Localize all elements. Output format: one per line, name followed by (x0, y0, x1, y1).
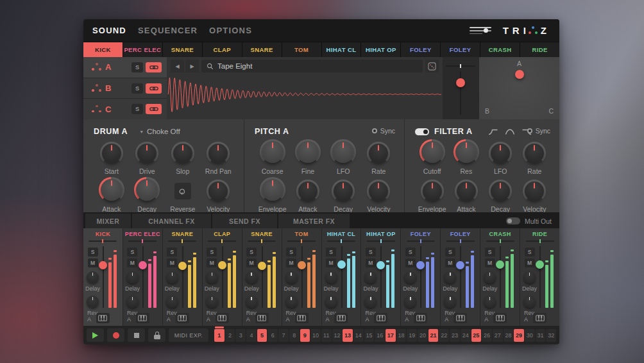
solo-button[interactable]: S (405, 248, 416, 257)
volume-fader[interactable] (222, 246, 223, 308)
lock-button[interactable] (148, 328, 165, 342)
knob[interactable] (207, 180, 230, 203)
sequencer-step[interactable]: 31 (536, 329, 546, 342)
sequencer-step[interactable]: 32 (546, 329, 556, 342)
sequencer-step[interactable]: 15 (364, 329, 375, 342)
volume-fader[interactable] (103, 246, 104, 308)
knob[interactable] (207, 142, 230, 165)
drum-tab[interactable]: TOM (282, 42, 321, 57)
solo-button[interactable]: S (88, 248, 98, 257)
fader-knob[interactable] (298, 261, 306, 269)
delay-send-knob[interactable] (444, 271, 456, 283)
sequencer-step[interactable]: 22 (439, 329, 449, 342)
sequencer-step[interactable]: 8 (289, 329, 300, 342)
mixer-channel-strip[interactable]: KICK S M Delay Rev A (83, 228, 123, 326)
reverb-send-knob[interactable] (206, 296, 218, 308)
mute-button[interactable]: M (525, 258, 535, 267)
mute-button[interactable]: M (286, 258, 296, 267)
knob[interactable] (171, 142, 194, 165)
keyboard-button[interactable] (136, 313, 149, 323)
tab-master-fx[interactable]: MASTER FX (278, 214, 350, 228)
stop-button[interactable] (128, 328, 145, 342)
mixer-channel-strip[interactable]: TOM S M Delay Rev A (282, 228, 321, 326)
mixer-channel-strip[interactable]: FOLEY S M Delay Rev A (441, 228, 480, 326)
delay-send-knob[interactable] (87, 271, 99, 283)
random-sample-button[interactable] (425, 60, 439, 72)
sample-search-field[interactable]: Tape Eight (201, 60, 423, 72)
menu-item[interactable]: SOUND (92, 26, 126, 35)
tab-mixer[interactable]: MIXER (85, 214, 131, 228)
sequencer-step[interactable]: 25 (471, 329, 482, 342)
sequencer-step[interactable]: 18 (396, 329, 407, 342)
reverb-send-knob[interactable] (364, 296, 377, 308)
highpass-filter-icon[interactable] (488, 128, 498, 135)
sequencer-step[interactable]: 21 (428, 329, 439, 342)
knob[interactable] (421, 180, 444, 203)
solo-button[interactable]: S (366, 248, 376, 257)
sequencer-step[interactable]: 26 (482, 329, 492, 342)
sequencer-step[interactable]: 11 (321, 329, 332, 342)
volume-fader[interactable] (539, 246, 541, 308)
mixer-channel-strip[interactable]: HIHAT CL S M Delay Rev A (322, 228, 361, 326)
layer-row[interactable]: C S (83, 99, 167, 119)
fader-knob[interactable] (416, 261, 425, 269)
fader-knob[interactable] (377, 261, 385, 269)
play-button[interactable] (87, 328, 104, 342)
menu-item[interactable]: OPTIONS (209, 26, 252, 35)
fader-knob[interactable] (536, 260, 544, 269)
fader-knob[interactable] (139, 261, 147, 269)
knob[interactable] (523, 180, 546, 203)
mute-button[interactable]: M (326, 258, 336, 267)
pan-slider[interactable] (407, 241, 435, 242)
pitch-sync-toggle[interactable]: Sync (372, 127, 395, 135)
layer-link-button[interactable] (146, 62, 162, 72)
tab-channel-fx[interactable]: CHANNEL FX (132, 214, 211, 228)
next-sample-button[interactable]: ▶ (185, 60, 199, 72)
fader-knob[interactable] (178, 262, 187, 270)
bandpass-filter-icon[interactable] (505, 128, 515, 135)
reverb-send-knob[interactable] (166, 296, 178, 308)
mute-button[interactable]: M (127, 258, 137, 267)
volume-fader[interactable] (182, 246, 183, 308)
fader-knob[interactable] (496, 260, 504, 269)
reverb-send-knob[interactable] (87, 296, 99, 308)
volume-fader[interactable] (142, 246, 144, 308)
solo-button[interactable]: S (326, 248, 336, 257)
delay-send-knob[interactable] (285, 271, 298, 283)
mute-button[interactable]: M (485, 258, 495, 267)
sequencer-step[interactable]: 10 (310, 329, 321, 342)
fader-knob[interactable] (218, 261, 226, 269)
reverb-send-knob[interactable] (285, 296, 298, 308)
knob[interactable] (332, 180, 355, 203)
mixer-channel-strip[interactable]: SNARE S M Delay Rev A (163, 228, 202, 326)
sequencer-step[interactable]: 29 (514, 329, 524, 342)
keyboard-button[interactable] (453, 313, 467, 323)
volume-fader[interactable] (500, 246, 501, 308)
sample-volume-slider[interactable] (460, 71, 461, 115)
drum-tab[interactable]: CLAP (203, 42, 242, 57)
keyboard-button[interactable] (96, 313, 110, 323)
waveform-display[interactable] (167, 72, 443, 117)
solo-button[interactable]: S (525, 248, 535, 257)
sequencer-step[interactable]: 16 (375, 329, 385, 342)
sequencer-step[interactable]: 17 (386, 329, 396, 342)
fader-knob[interactable] (456, 261, 464, 269)
reverb-send-knob[interactable] (484, 296, 496, 308)
mute-button[interactable]: M (445, 258, 455, 267)
solo-button[interactable]: S (167, 248, 177, 257)
knob[interactable] (135, 142, 158, 165)
layer-row[interactable]: B S (83, 78, 167, 99)
delay-send-knob[interactable] (484, 271, 496, 283)
knob[interactable] (489, 180, 512, 203)
mixer-channel-strip[interactable]: CRASH S M Delay Rev A (480, 228, 520, 326)
solo-button[interactable]: S (207, 248, 217, 257)
keyboard-button[interactable] (216, 313, 229, 323)
delay-send-knob[interactable] (364, 271, 377, 283)
mixer-channel-strip[interactable]: RIDE S M Delay Rev A (520, 228, 559, 326)
keyboard-button[interactable] (493, 313, 507, 323)
mixer-channel-strip[interactable]: SNARE S M Delay Rev A (242, 228, 282, 326)
knob[interactable] (296, 180, 319, 203)
volume-fader[interactable] (420, 246, 421, 308)
volume-fader[interactable] (460, 246, 461, 308)
reverse-button[interactable] (174, 183, 191, 199)
